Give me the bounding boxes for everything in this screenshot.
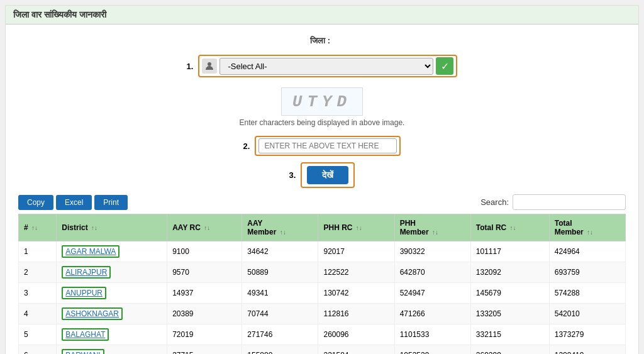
search-row: Search: <box>480 194 626 210</box>
cell-phh-rc: 112816 <box>318 304 394 324</box>
cell-aay-rc: 37715 <box>167 345 242 355</box>
col-phh-member: PHHMember ↑↓ <box>394 214 470 241</box>
cell-phh-member: 471266 <box>394 304 470 324</box>
search-label: Search: <box>480 197 509 207</box>
cell-aay-rc: 9570 <box>167 262 242 283</box>
cell-num: 1 <box>19 241 57 262</box>
cell-total-member: 693759 <box>549 262 625 283</box>
table-row: 5 BALAGHAT 72019 271746 260096 1101533 3… <box>19 324 626 345</box>
cell-district[interactable]: BALAGHAT <box>57 324 167 345</box>
table-row: 2 ALIRAJPUR 9570 50889 122522 642870 132… <box>19 262 626 283</box>
cell-total-rc: 332115 <box>470 324 549 345</box>
step2-row: 2. <box>18 136 626 156</box>
cell-phh-rc: 260096 <box>318 324 394 345</box>
cell-phh-rc: 122522 <box>318 262 394 283</box>
dekhen-box: देखें <box>301 162 355 188</box>
cell-total-member: 574288 <box>549 283 625 304</box>
cell-total-member: 424964 <box>549 241 625 262</box>
cell-phh-rc: 92017 <box>318 241 394 262</box>
data-table: # ↑↓ District ↑↓ AAY RC ↑↓ AAYMember ↑↓ … <box>18 214 626 354</box>
cell-district[interactable]: BARWANI <box>57 345 167 355</box>
col-phh-rc: PHH RC ↑↓ <box>318 214 394 241</box>
captcha-image: UTYD <box>281 87 363 116</box>
cell-num: 3 <box>19 283 57 304</box>
cell-district[interactable]: ANUPPUR <box>57 283 167 304</box>
cell-total-rc: 132092 <box>470 262 549 283</box>
cell-phh-member: 1053539 <box>394 345 470 355</box>
toolbar-left: Copy Excel Print <box>18 195 128 210</box>
cell-phh-rc: 130742 <box>318 283 394 304</box>
cell-total-rc: 145679 <box>470 283 549 304</box>
table-row: 3 ANUPPUR 14937 49341 130742 524947 1456… <box>19 283 626 304</box>
col-aay-member: AAYMember ↑↓ <box>242 214 318 241</box>
cell-district[interactable]: ALIRAJPUR <box>57 262 167 283</box>
cell-total-member: 542010 <box>549 304 625 324</box>
table-header: # ↑↓ District ↑↓ AAY RC ↑↓ AAYMember ↑↓ … <box>19 214 626 241</box>
copy-button[interactable]: Copy <box>18 195 53 210</box>
cell-aay-member: 49341 <box>242 283 318 304</box>
cell-num: 4 <box>19 304 57 324</box>
check-button[interactable]: ✓ <box>436 57 453 75</box>
col-aay-rc: AAY RC ↑↓ <box>167 214 242 241</box>
district-select[interactable]: -Select All- AGAR MALWA ALIRAJPUR ANUPPU… <box>219 58 433 75</box>
cell-phh-rc: 231584 <box>318 345 394 355</box>
table-scroll-area[interactable]: # ↑↓ District ↑↓ AAY RC ↑↓ AAYMember ↑↓ … <box>18 214 626 354</box>
cell-district[interactable]: AGAR MALWA <box>57 241 167 262</box>
cell-aay-rc: 20389 <box>167 304 242 324</box>
cell-aay-member: 50889 <box>242 262 318 283</box>
col-num: # ↑↓ <box>19 214 57 241</box>
table-row: 4 ASHOKNAGAR 20389 70744 112816 471266 1… <box>19 304 626 324</box>
cell-total-member: 1373279 <box>549 324 625 345</box>
cell-aay-member: 34642 <box>242 241 318 262</box>
table-body: 1 AGAR MALWA 9100 34642 92017 390322 101… <box>19 241 626 355</box>
step3-row: 3. देखें <box>18 162 626 188</box>
cell-num: 2 <box>19 262 57 283</box>
cell-phh-member: 642870 <box>394 262 470 283</box>
captcha-instruction: Enter characters being displayed in abov… <box>240 118 405 127</box>
district-selector-box: -Select All- AGAR MALWA ALIRAJPUR ANUPPU… <box>198 55 457 77</box>
cell-aay-rc: 14937 <box>167 283 242 304</box>
cell-aay-member: 271746 <box>242 324 318 345</box>
cell-phh-member: 1101533 <box>394 324 470 345</box>
cell-total-rc: 101117 <box>470 241 549 262</box>
cell-phh-member: 390322 <box>394 241 470 262</box>
user-icon <box>202 58 217 74</box>
table-row: 6 BARWANI 37715 155880 231584 1053539 26… <box>19 345 626 355</box>
cell-aay-rc: 72019 <box>167 324 242 345</box>
svg-point-0 <box>208 62 211 66</box>
step1-row: 1. -Select All- AGAR MALWA ALIRAJPUR ANU… <box>187 55 458 77</box>
print-button[interactable]: Print <box>94 195 128 210</box>
step2-label: 2. <box>243 141 250 151</box>
cell-total-rc: 133205 <box>470 304 549 324</box>
step3-label: 3. <box>289 170 296 180</box>
captcha-input[interactable] <box>258 138 397 153</box>
excel-button[interactable]: Excel <box>56 195 92 210</box>
cell-num: 5 <box>19 324 57 345</box>
cell-district[interactable]: ASHOKNAGAR <box>57 304 167 324</box>
district-label-row: जिला : <box>310 36 334 46</box>
cell-aay-member: 70744 <box>242 304 318 324</box>
captcha-input-box <box>255 136 401 156</box>
cell-phh-member: 524947 <box>394 283 470 304</box>
col-total-member: TotalMember ↑↓ <box>549 214 625 241</box>
toolbar-row: Copy Excel Print Search: <box>18 194 626 210</box>
col-district: District ↑↓ <box>57 214 167 241</box>
main-content: जिला : 1. -Select All- AGAR MALWA ALIRAJ… <box>6 25 638 354</box>
table-row: 1 AGAR MALWA 9100 34642 92017 390322 101… <box>19 241 626 262</box>
cell-num: 6 <box>19 345 57 355</box>
district-label: जिला : <box>310 36 330 46</box>
captcha-area: UTYD Enter characters being displayed in… <box>18 87 626 130</box>
dekhen-button[interactable]: देखें <box>307 166 348 184</box>
district-section: जिला : 1. -Select All- AGAR MALWA ALIRAJ… <box>18 36 626 84</box>
cell-total-rc: 269299 <box>470 345 549 355</box>
step1-label: 1. <box>187 62 194 71</box>
search-input[interactable] <box>513 194 626 210</box>
cell-total-member: 1209419 <box>549 345 625 355</box>
cell-aay-member: 155880 <box>242 345 318 355</box>
page-wrapper: जिला वार सांख्यिकीय जानकारी जिला : 1. <box>5 5 639 354</box>
cell-aay-rc: 9100 <box>167 241 242 262</box>
col-total-rc: Total RC ↑↓ <box>470 214 549 241</box>
page-title: जिला वार सांख्यिकीय जानकारी <box>6 6 638 25</box>
